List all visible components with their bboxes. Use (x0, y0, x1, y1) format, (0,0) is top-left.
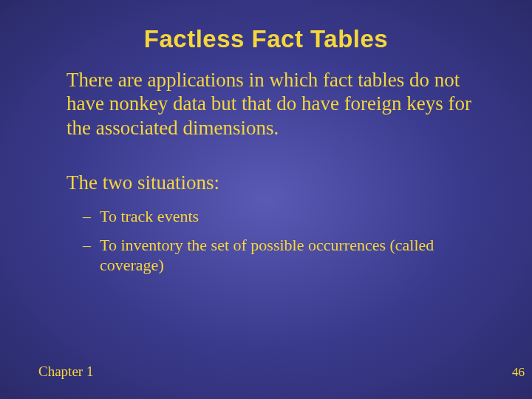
content-area: There are applications in which fact tab… (0, 68, 532, 276)
subheading: The two situations: (66, 171, 488, 196)
list-item: – To track events (66, 206, 488, 228)
footer-chapter: Chapter 1 (38, 364, 93, 380)
bullet-text: To track events (100, 206, 199, 227)
bullet-dash-icon: – (83, 206, 91, 228)
slide-title: Factless Fact Tables (0, 0, 532, 68)
footer-page-number: 46 (512, 365, 525, 380)
list-item: – To inventory the set of possible occur… (66, 235, 488, 276)
bullet-text: To inventory the set of possible occurre… (100, 235, 488, 276)
intro-paragraph: There are applications in which fact tab… (66, 68, 488, 140)
bullet-dash-icon: – (83, 235, 91, 256)
